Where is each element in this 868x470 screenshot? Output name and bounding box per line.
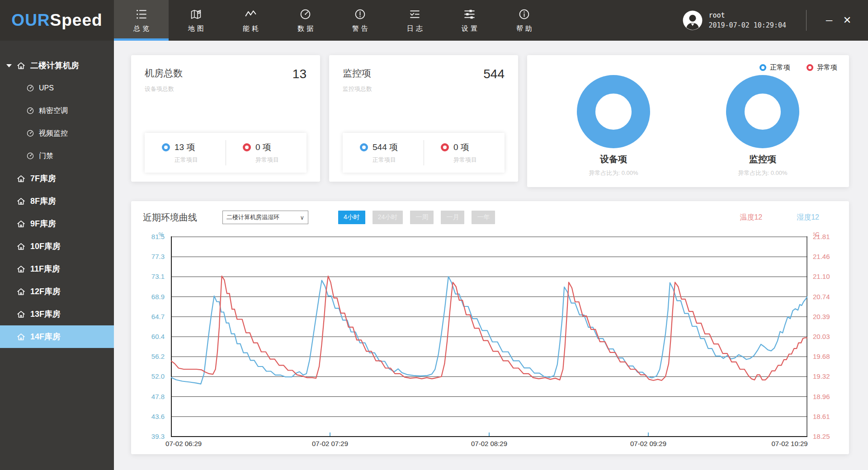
status-donut-card: 正常项 异常项 设备项 异常占比为: 0.00% — [527, 55, 849, 187]
nav-tab-settings[interactable]: 设置 — [442, 0, 497, 41]
sidebar-item-label: 二楼计算机房 — [30, 60, 79, 71]
nav-tab-alerts[interactable]: 警告 — [333, 0, 387, 41]
humidity-series-tag[interactable]: 湿度12 — [797, 213, 819, 222]
device-donut-chart — [575, 73, 652, 150]
nav-tab-map[interactable]: 地图 — [169, 0, 223, 41]
sidebar-item-label: 8F库房 — [30, 196, 56, 207]
main-content: 机房总数 13 设备项总数 13 项 正常项目 0 项 异常项目 — [114, 41, 868, 470]
range-button-month[interactable]: 一月 — [441, 211, 464, 224]
card-subtitle: 监控项总数 — [343, 85, 505, 93]
sidebar-item-ups[interactable]: UPS — [0, 77, 114, 99]
nav-tab-label: 日志 — [407, 24, 425, 33]
range-button-year[interactable]: 一年 — [472, 211, 495, 224]
range-button-week[interactable]: 一周 — [410, 211, 434, 224]
room-total-card: 机房总数 13 设备项总数 13 项 正常项目 0 项 异常项目 — [131, 55, 320, 182]
data-gauge-icon — [299, 8, 311, 20]
nav-tab-overview[interactable]: 总览 — [114, 0, 169, 41]
sidebar-item-video-monitor[interactable]: 视频监控 — [0, 122, 114, 145]
normal-count: 544 项 — [373, 141, 398, 153]
monitor-donut-chart — [724, 73, 802, 150]
nav-tab-energy[interactable]: 能耗 — [223, 0, 278, 41]
abnormal-ring-icon — [807, 64, 813, 71]
sidebar-item-12f[interactable]: 12F库房 — [0, 280, 114, 303]
nav-tab-help[interactable]: 帮助 — [497, 0, 552, 41]
sidebar-item-11f[interactable]: 11F库房 — [0, 258, 114, 280]
settings-sliders-icon — [463, 8, 476, 20]
avatar[interactable] — [682, 10, 703, 31]
card-title: 监控项 — [343, 67, 371, 80]
username: root — [708, 10, 786, 21]
sidebar-item-14f[interactable]: 14F库房 — [0, 325, 114, 348]
home-icon — [16, 310, 26, 319]
sidebar-item-8f[interactable]: 8F库房 — [0, 190, 114, 212]
sidebar-item-precision-ac[interactable]: 精密空调 — [0, 99, 114, 122]
plot-svg — [171, 236, 807, 437]
home-icon — [16, 287, 26, 296]
datetime: 2019-07-02 10:29:04 — [708, 20, 786, 31]
log-icon — [409, 8, 421, 20]
y-axis-tick-label: 43.6 — [143, 413, 168, 420]
card-total-value: 13 — [292, 67, 307, 81]
time-range-buttons: 4小时 24小时 一周 一月 一年 — [338, 211, 495, 224]
nav-tab-logs[interactable]: 日志 — [387, 0, 442, 41]
y-axis-tick-label: 60.4 — [143, 333, 168, 340]
donut-note: 异常占比为: 0.00% — [575, 169, 652, 177]
sidebar-item-label: 9F库房 — [30, 218, 56, 229]
gauge-icon — [26, 107, 34, 115]
y-axis-tick-label: 64.7 — [143, 313, 168, 320]
nav-tab-label: 地图 — [188, 24, 206, 33]
minimize-button[interactable]: ─ — [820, 15, 838, 26]
sidebar-item-label: 视频监控 — [39, 129, 68, 138]
sidebar-item-10f[interactable]: 10F库房 — [0, 235, 114, 258]
donut-label: 监控项 — [724, 153, 802, 165]
normal-ring-icon — [360, 143, 368, 151]
normal-caption: 正常项目 — [175, 156, 226, 164]
brand-text-white: Speed — [50, 11, 103, 30]
sidebar-item-7f[interactable]: 7F库房 — [0, 167, 114, 190]
nav-tab-label: 总览 — [133, 24, 151, 33]
room-selector-dropdown[interactable]: 二楼计算机房温湿环 ∨ — [222, 211, 308, 224]
x-axis-tick-label: 07-02 08:29 — [471, 440, 507, 447]
environment-chart-card: 近期环境曲线 二楼计算机房温湿环 ∨ 4小时 24小时 一周 一月 一年 温度1… — [131, 201, 849, 454]
y-axis-tick-label: 47.8 — [143, 393, 168, 400]
abnormal-ring-icon — [441, 143, 449, 151]
y-axis-tick-label: 77.3 — [143, 253, 168, 260]
monitor-donut-block: 监控项 异常占比为: 0.00% — [724, 73, 802, 177]
y-axis-tick-label: 68.9 — [143, 293, 168, 301]
temperature-series-tag[interactable]: 温度12 — [740, 213, 762, 222]
card-subtitle: 设备项总数 — [145, 85, 307, 93]
sidebar-item-access-control[interactable]: 门禁 — [0, 145, 114, 167]
y-axis-tick-label: 20.74 — [809, 293, 837, 301]
sidebar-item-13f[interactable]: 13F库房 — [0, 303, 114, 325]
strip-divider — [226, 140, 226, 165]
sidebar-item-room-2f[interactable]: 二楼计算机房 — [0, 54, 114, 77]
y-axis-tick-label: 21.46 — [809, 253, 837, 260]
topbar-divider — [806, 10, 807, 31]
x-axis-labels: 07-02 06:2907-02 07:2907-02 08:2907-02 0… — [171, 440, 807, 451]
energy-wave-icon — [245, 8, 257, 20]
y-axis-tick-label: 81.5 — [143, 233, 168, 240]
y-axis-tick-label: 21.81 — [809, 233, 837, 240]
home-icon — [16, 219, 26, 229]
normal-ring-icon — [760, 64, 766, 71]
sidebar-item-label: UPS — [39, 84, 54, 92]
y-axis-tick-label: 52.0 — [143, 372, 168, 380]
sidebar-item-9f[interactable]: 9F库房 — [0, 212, 114, 235]
range-button-4h[interactable]: 4小时 — [338, 211, 365, 224]
gauge-icon — [26, 129, 34, 137]
nav-tab-data[interactable]: 数据 — [278, 0, 333, 41]
brand-text-blue: OUR — [11, 11, 50, 30]
y-axis-tick-label: 19.32 — [809, 372, 837, 380]
y-axis-tick-label: 21.10 — [809, 273, 837, 280]
abnormal-caption: 异常项目 — [453, 156, 505, 164]
range-button-24h[interactable]: 24小时 — [373, 211, 403, 224]
nav-tab-label: 能耗 — [243, 24, 261, 33]
legend-label: 异常项 — [817, 63, 837, 72]
nav-tab-label: 数据 — [297, 24, 316, 33]
y-axis-tick-label: 18.61 — [809, 413, 837, 420]
status-strip: 544 项 正常项目 0 项 异常项目 — [343, 133, 505, 173]
nav-tab-label: 帮助 — [516, 24, 534, 33]
home-icon — [16, 174, 26, 183]
close-button[interactable]: ✕ — [838, 14, 856, 26]
nav-tab-label: 警告 — [352, 24, 370, 33]
